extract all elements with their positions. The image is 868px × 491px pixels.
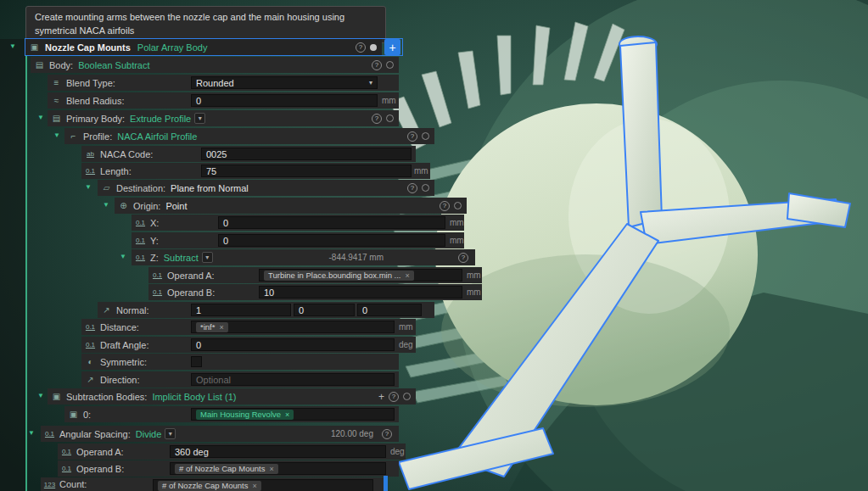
number-field-icon: 0.1 <box>150 271 165 279</box>
expand-chevron[interactable]: ▼ <box>37 392 44 399</box>
help-icon[interactable]: ? <box>372 60 382 70</box>
normal-z-input[interactable]: 0 <box>357 304 422 316</box>
y-input[interactable]: 0 <box>218 234 445 247</box>
expand-chevron[interactable]: ▼ <box>103 201 109 209</box>
ring-icon[interactable] <box>422 132 429 140</box>
unit-label: mm <box>450 218 464 227</box>
primary-body-label: Primary Body: <box>66 114 125 124</box>
symmetric-icon: ◐ <box>83 357 98 366</box>
array-operand-a-input[interactable]: 360 deg <box>170 445 386 458</box>
normal-vector-icon: ↗ <box>99 305 114 315</box>
body-reference-chip[interactable]: Main Housing Revolve × <box>196 410 294 420</box>
array-operand-b-field[interactable]: # of Nozzle Cap Mounts × <box>170 462 386 475</box>
ring-icon[interactable] <box>454 202 462 209</box>
add-item-icon[interactable]: + <box>378 391 384 403</box>
ring-icon[interactable] <box>403 393 411 400</box>
chevron-down-icon[interactable]: ▾ <box>165 428 176 439</box>
unit-label: mm <box>467 271 481 280</box>
variable-chip[interactable]: # of Nozzle Cap Mounts × <box>158 481 261 491</box>
add-block-button[interactable]: + <box>384 39 400 55</box>
operand-b-input[interactable]: 10 <box>259 286 462 299</box>
length-input[interactable]: 75 <box>201 165 412 177</box>
chevron-down-icon[interactable]: ▾ <box>202 252 213 263</box>
count-field[interactable]: # of Nozzle Cap Mounts × <box>153 479 373 491</box>
row-distance: 0.1 Distance: *inf* × mm <box>81 319 416 335</box>
z-operation-dropdown[interactable]: Subtract <box>164 253 199 263</box>
x-input[interactable]: 0 <box>218 216 445 229</box>
help-icon[interactable]: ? <box>372 114 382 124</box>
distance-field[interactable]: *inf* × <box>191 321 395 333</box>
selection-bar <box>384 476 388 491</box>
ring-icon[interactable] <box>386 61 394 69</box>
chevron-down-icon[interactable]: ▾ <box>194 113 205 124</box>
row-direction: ↗ Direction: Optional <box>81 371 399 388</box>
origin-value[interactable]: Point <box>165 201 187 211</box>
row-x: 0.1 X: 0 mm <box>132 215 464 231</box>
remove-icon[interactable]: × <box>269 465 273 473</box>
operand-a-field[interactable]: Turbine in Place.bounding box.min ... × <box>259 269 462 282</box>
direction-input[interactable]: Optional <box>191 373 395 386</box>
help-icon[interactable]: ? <box>382 429 392 439</box>
destination-value[interactable]: Plane from Normal <box>171 183 249 193</box>
help-icon[interactable]: ? <box>389 392 399 402</box>
note-box[interactable]: Create mounting arms between the nozzle … <box>25 6 386 43</box>
body-value-link[interactable]: Boolean Subtract <box>78 60 149 70</box>
block-header[interactable]: ▣ Nozzle Cap Mounts Polar Array Body ? <box>25 39 382 55</box>
angular-spacing-label: Angular Spacing: <box>59 429 131 439</box>
remove-icon[interactable]: × <box>285 410 289 419</box>
help-icon[interactable]: ? <box>458 253 468 263</box>
draft-angle-input[interactable]: 0 <box>191 338 395 351</box>
remove-icon[interactable]: × <box>219 323 223 332</box>
direction-label: Direction: <box>100 375 139 385</box>
remove-icon[interactable]: × <box>252 482 256 490</box>
reference-chip[interactable]: Turbine in Place.bounding box.min ... × <box>264 271 414 281</box>
profile-value-link[interactable]: NACA Airfoil Profile <box>117 131 197 142</box>
item-0-field[interactable]: Main Housing Revolve × <box>191 408 395 421</box>
nozzle-cap-dome[interactable] <box>435 103 758 407</box>
blend-type-dropdown[interactable]: Rounded ▾ <box>191 76 378 89</box>
row-destination: ▱ Destination: Plane from Normal ? <box>98 180 434 196</box>
number-field-icon: 0.1 <box>133 219 148 226</box>
row-draft-angle: 0.1 Draft Angle: 0 deg <box>81 337 416 353</box>
row-blend-radius: ≈ Blend Radius: 0 mm <box>48 92 399 109</box>
ring-icon[interactable] <box>386 114 394 122</box>
variable-chip[interactable]: # of Nozzle Cap Mounts × <box>175 464 278 474</box>
row-primary-body: ▤ Primary Body: Extrude Profile ▾ ? <box>48 110 399 126</box>
symmetric-checkbox[interactable] <box>191 356 202 367</box>
expand-chevron[interactable]: ▼ <box>85 183 92 191</box>
row-operand-b: 0.1 Operand B: 10 mm <box>148 284 482 300</box>
normal-z-value: 0 <box>362 305 367 315</box>
destination-label: Destination: <box>116 183 165 193</box>
help-icon[interactable]: ? <box>407 131 417 142</box>
normal-label: Normal: <box>116 305 149 315</box>
help-icon[interactable]: ? <box>356 42 366 53</box>
expand-chevron[interactable]: ▼ <box>9 42 16 50</box>
operand-b-label: Operand B: <box>167 287 215 298</box>
normal-x-input[interactable]: 1 <box>191 304 291 316</box>
naca-code-input[interactable]: 0025 <box>201 148 412 160</box>
draft-angle-value: 0 <box>196 340 201 350</box>
component-icon: ▣ <box>27 42 42 52</box>
row-normal: ↗ Normal: 1 0 0 <box>98 302 434 318</box>
subtraction-bodies-value-link[interactable]: Implicit Body List (1) <box>152 392 236 402</box>
unit-label: mm <box>450 236 464 245</box>
normal-y-input[interactable]: 0 <box>294 304 355 316</box>
expand-chevron[interactable]: ▼ <box>120 253 126 260</box>
visibility-dot-icon[interactable] <box>370 44 377 51</box>
expand-chevron[interactable]: ▼ <box>28 429 35 437</box>
help-icon[interactable]: ? <box>407 183 417 193</box>
remove-icon[interactable]: × <box>406 271 410 280</box>
body-label: Body: <box>49 60 73 70</box>
ring-icon[interactable] <box>422 184 429 192</box>
expand-chevron[interactable]: ▼ <box>53 131 60 139</box>
expand-chevron[interactable]: ▼ <box>37 114 44 121</box>
value-chip[interactable]: *inf* × <box>196 322 228 332</box>
angular-spacing-operation-dropdown[interactable]: Divide <box>136 429 162 439</box>
length-value: 75 <box>206 166 216 176</box>
body-item-icon: ▣ <box>66 410 81 419</box>
app-window: Create mounting arms between the nozzle … <box>0 0 868 491</box>
help-icon[interactable]: ? <box>440 201 450 211</box>
blend-radius-input[interactable]: 0 <box>191 94 378 107</box>
primary-body-value-dropdown[interactable]: Extrude Profile <box>130 114 191 124</box>
chip-label: # of Nozzle Cap Mounts <box>179 464 265 473</box>
